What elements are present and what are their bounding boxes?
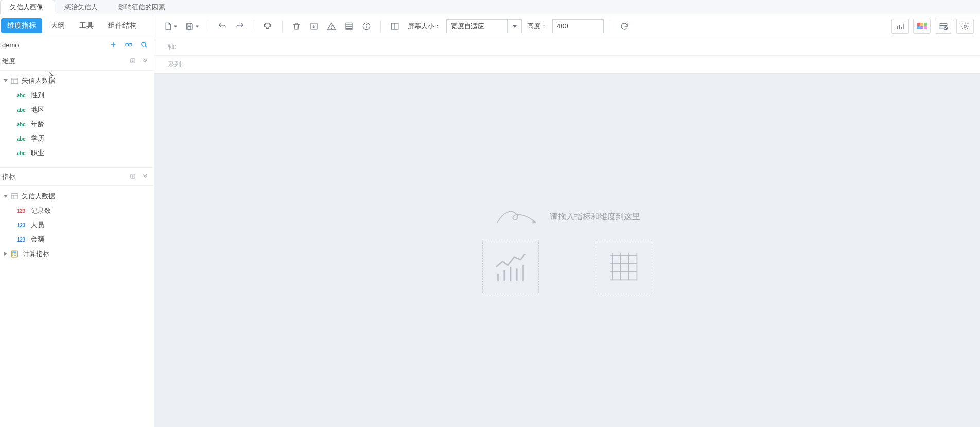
collapse-icon[interactable] bbox=[142, 57, 149, 66]
abc-type-icon: abc bbox=[15, 93, 27, 98]
side-tab-outline[interactable]: 大纲 bbox=[43, 16, 72, 36]
shelf-area: 轴: 系列: bbox=[154, 38, 980, 74]
chevron-down-icon bbox=[195, 22, 199, 30]
svg-rect-24 bbox=[14, 255, 15, 256]
svg-rect-23 bbox=[12, 255, 13, 256]
metrics-header: 指标 bbox=[0, 167, 154, 186]
dim-group-label: 失信人数据 bbox=[22, 76, 55, 86]
data-button[interactable] bbox=[341, 19, 357, 34]
svg-rect-14 bbox=[11, 194, 18, 199]
series-shelf[interactable]: 系列: bbox=[154, 56, 980, 73]
warning-button[interactable] bbox=[324, 19, 339, 34]
num-type-icon: 123 bbox=[15, 223, 27, 228]
redo-button[interactable] bbox=[232, 19, 248, 34]
collapse-icon[interactable] bbox=[142, 173, 149, 181]
plugin-button[interactable] bbox=[260, 19, 276, 34]
color-palette-button[interactable] bbox=[913, 19, 931, 34]
svg-point-5 bbox=[142, 42, 146, 46]
dim-field-job[interactable]: abc 职业 bbox=[0, 146, 154, 160]
refresh-button[interactable] bbox=[617, 19, 632, 34]
save-button[interactable] bbox=[182, 19, 202, 34]
axis-shelf[interactable]: 轴: bbox=[154, 38, 980, 56]
workspace: 屏幕大小： 宽度自适应 高度： bbox=[154, 14, 980, 427]
side-tab-dim-metric[interactable]: 维度指标 bbox=[1, 18, 42, 33]
placeholder-text: 请拖入指标和维度到这里 bbox=[550, 212, 640, 223]
caret-down-icon bbox=[3, 78, 8, 83]
filter-button[interactable] bbox=[935, 19, 952, 34]
height-label: 高度： bbox=[524, 22, 550, 31]
dim-group[interactable]: 失信人数据 bbox=[0, 74, 154, 88]
side-tab-components[interactable]: 组件结构 bbox=[101, 16, 144, 36]
dimensions-label: 维度 bbox=[2, 57, 15, 66]
metrics-tree: 失信人数据 123 记录数 123 人员 123 金额 bbox=[0, 186, 154, 268]
file-tab-profile[interactable]: 失信人画像 bbox=[0, 0, 55, 14]
svg-rect-22 bbox=[15, 253, 16, 254]
caret-down-icon bbox=[3, 194, 8, 199]
delete-button[interactable] bbox=[289, 19, 304, 34]
svg-marker-8 bbox=[4, 79, 8, 82]
link-icon[interactable] bbox=[124, 40, 133, 49]
abc-type-icon: abc bbox=[15, 150, 27, 156]
abc-type-icon: abc bbox=[15, 136, 27, 142]
calculator-icon bbox=[10, 250, 19, 258]
svg-point-32 bbox=[331, 28, 331, 28]
file-tab-punish[interactable]: 惩治失信人 bbox=[55, 0, 109, 14]
metric-field-amount[interactable]: 123 金额 bbox=[0, 232, 154, 247]
metric-group-label: 失信人数据 bbox=[22, 192, 55, 201]
placeholder-chart-card[interactable] bbox=[482, 240, 539, 294]
dataset-name: demo bbox=[2, 41, 19, 49]
settings-button[interactable] bbox=[956, 19, 974, 34]
sidebar: 维度指标 大纲 工具 组件结构 demo bbox=[0, 14, 154, 427]
dim-field-gender[interactable]: abc 性别 bbox=[0, 88, 154, 103]
svg-marker-17 bbox=[4, 252, 7, 256]
placeholder: 请拖入指标和维度到这里 bbox=[482, 207, 652, 294]
svg-marker-29 bbox=[196, 25, 199, 27]
svg-marker-42 bbox=[513, 25, 517, 28]
svg-point-39 bbox=[366, 24, 366, 25]
svg-marker-52 bbox=[532, 219, 536, 224]
abc-type-icon: abc bbox=[15, 122, 27, 127]
abc-type-icon: abc bbox=[15, 107, 27, 113]
sort-icon[interactable] bbox=[129, 173, 136, 181]
metric-group[interactable]: 失信人数据 bbox=[0, 189, 154, 203]
calc-group[interactable]: 计算指标 bbox=[0, 247, 154, 261]
separator bbox=[380, 20, 381, 32]
svg-rect-20 bbox=[12, 253, 13, 254]
file-tabs: 失信人画像 惩治失信人 影响征信的因素 bbox=[0, 0, 980, 14]
placeholder-table-card[interactable] bbox=[596, 240, 652, 294]
file-tab-factors[interactable]: 影响征信的因素 bbox=[109, 0, 177, 14]
screen-size-dropdown[interactable] bbox=[508, 19, 522, 33]
dimensions-tree: 失信人数据 abc 性别 abc 地区 abc 年龄 abc 学历 bbox=[0, 71, 154, 167]
search-icon[interactable] bbox=[139, 40, 149, 49]
canvas-drop-area[interactable]: 请拖入指标和维度到这里 bbox=[154, 74, 980, 427]
height-input[interactable] bbox=[552, 19, 604, 33]
separator bbox=[610, 20, 610, 32]
export-button[interactable] bbox=[306, 19, 322, 34]
metric-field-count[interactable]: 123 记录数 bbox=[0, 203, 154, 218]
dim-field-edu[interactable]: abc 学历 bbox=[0, 131, 154, 146]
separator bbox=[208, 20, 208, 32]
dim-field-age[interactable]: abc 年龄 bbox=[0, 117, 154, 131]
svg-rect-25 bbox=[15, 255, 16, 256]
table-icon bbox=[10, 77, 19, 85]
dimensions-header: 维度 bbox=[0, 53, 154, 71]
num-type-icon: 123 bbox=[15, 208, 27, 214]
undo-button[interactable] bbox=[215, 19, 230, 34]
metric-field-people[interactable]: 123 人员 bbox=[0, 218, 154, 232]
dim-field-region[interactable]: abc 地区 bbox=[0, 103, 154, 117]
screen-size-select[interactable]: 宽度自适应 bbox=[446, 19, 508, 33]
screen-size-label: 屏幕大小： bbox=[405, 22, 444, 31]
chart-type-button[interactable] bbox=[891, 19, 909, 34]
metrics-label: 指标 bbox=[2, 172, 15, 181]
new-file-button[interactable] bbox=[161, 19, 180, 34]
dataset-row: demo bbox=[0, 37, 154, 53]
svg-rect-28 bbox=[188, 26, 191, 29]
info-button[interactable] bbox=[359, 19, 374, 34]
arrow-swirl-icon bbox=[494, 207, 540, 227]
svg-rect-2 bbox=[126, 43, 128, 46]
side-tab-tools[interactable]: 工具 bbox=[72, 16, 101, 36]
add-icon[interactable] bbox=[109, 40, 118, 49]
num-type-icon: 123 bbox=[15, 237, 27, 243]
layout-button[interactable] bbox=[387, 19, 402, 34]
sort-icon[interactable] bbox=[129, 57, 136, 66]
